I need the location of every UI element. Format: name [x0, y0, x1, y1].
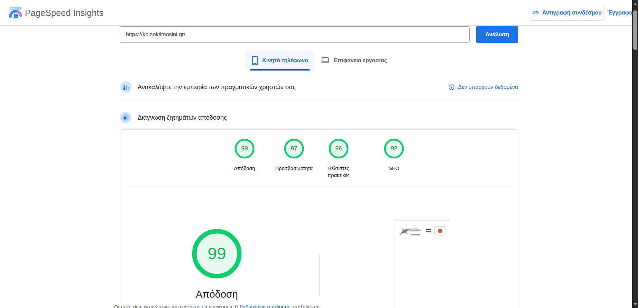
app-header: PageSpeed Insights Αντιγραφή συνδέσμου Έ… — [0, 0, 638, 26]
pagespeed-insights-page: PageSpeed Insights Αντιγραφή συνδέσμου Έ… — [0, 0, 638, 308]
thumbnail-badge-logo — [438, 229, 442, 233]
no-data-link[interactable]: Δεν υπάρχουν δεδομένα — [448, 84, 518, 91]
real-users-icon — [120, 81, 131, 93]
diagnose-gauge-icon — [120, 112, 131, 123]
footnote-text: Οι τιμές είναι εκτιμώμενες και ενδέχεται… — [114, 304, 240, 308]
score-label: Προσβασιμότητα — [266, 165, 322, 172]
footnote-link[interactable]: βαθμολογία απόδοσης — [240, 304, 290, 308]
link-icon — [532, 9, 539, 16]
docs-link[interactable]: Έγγραφα — [607, 0, 632, 26]
url-input[interactable] — [120, 26, 470, 43]
pagespeed-logo-icon[interactable] — [8, 6, 23, 20]
thumbnail-badge — [434, 226, 445, 235]
site-screenshot-thumbnail[interactable] — [394, 221, 451, 308]
thumbnail-menu-icon — [426, 229, 431, 233]
field-data-title: Ανακαλύψτε την εμπειρία των πραγματικών … — [138, 84, 296, 91]
laptop-icon — [321, 57, 330, 64]
card-divider — [126, 186, 512, 186]
section-divider — [120, 100, 518, 100]
field-data-section: Ανακαλύψτε την εμπειρία των πραγματικών … — [120, 79, 518, 95]
page-title: PageSpeed Insights — [25, 0, 103, 26]
site-logo-image — [398, 226, 423, 238]
copy-link-button[interactable]: Αντιγραφή συνδέσμου — [530, 5, 604, 21]
score-value: 97 — [283, 138, 305, 159]
score-gauge-best-practices[interactable]: 96 Βέλτιστες πρακτικές — [316, 138, 361, 179]
analyze-button[interactable]: Ανάλυση — [476, 26, 518, 43]
score-value: 99 — [234, 138, 255, 159]
diagnose-section: Διάγνωση ζητημάτων απόδοσης — [120, 109, 518, 126]
copy-link-label: Αντιγραφή συνδέσμου — [542, 10, 602, 16]
performance-footnote: Οι τιμές είναι εκτιμώμενες και ενδέχεται… — [113, 304, 321, 308]
score-value: 96 — [328, 138, 349, 159]
info-icon — [448, 84, 455, 91]
score-gauge-seo[interactable]: 92 SEO — [366, 138, 422, 172]
score-value: 92 — [383, 138, 405, 159]
score-gauge-performance[interactable]: 99 Απόδοση — [217, 138, 272, 172]
scrollbar-up-arrow[interactable] — [634, 3, 637, 5]
score-gauge-accessibility[interactable]: 97 Προσβασιμότητα — [266, 138, 322, 172]
performance-gauge-large: 99 — [189, 226, 245, 281]
performance-score-value: 99 — [189, 226, 245, 281]
tab-desktop[interactable]: Επιφάνεια εργασίας — [319, 50, 388, 71]
performance-section-title: Απόδοση — [165, 289, 269, 300]
tab-mobile[interactable]: Κινητό τηλέφωνο — [245, 50, 315, 71]
score-label: Βέλτιστες πρακτικές — [323, 165, 354, 179]
tab-mobile-label: Κινητό τηλέφωνο — [262, 57, 308, 64]
scrollbar-thumb[interactable] — [633, 10, 637, 50]
vertical-divider — [319, 255, 320, 296]
score-label: SEO — [366, 165, 422, 172]
scrollbar-down-arrow[interactable] — [634, 303, 637, 306]
smartphone-icon — [252, 56, 258, 65]
no-data-label: Δεν υπάρχουν δεδομένα — [458, 84, 518, 90]
diagnose-title: Διάγνωση ζητημάτων απόδοσης — [138, 114, 227, 121]
active-tab-underline — [250, 69, 310, 71]
window-scrollbar[interactable] — [632, 0, 638, 308]
tab-desktop-label: Επιφάνεια εργασίας — [334, 57, 387, 64]
report-card: 99 Απόδοση 97 Προσβασιμότητα 96 Βέλτιστε… — [120, 129, 518, 308]
score-label: Απόδοση — [217, 165, 272, 172]
